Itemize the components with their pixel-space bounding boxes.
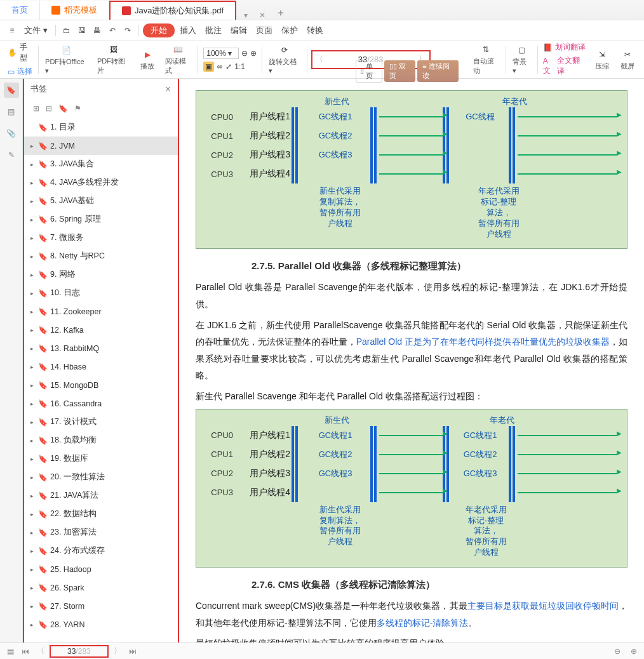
double-page-button[interactable]: ▯▯ 双页: [384, 60, 416, 82]
paragraph: 最短的垃圾收集停顿时间可以为交互比较高的程序提高用户体验。: [196, 635, 627, 642]
zoom-field[interactable]: 100% ▾: [203, 48, 239, 59]
bookmark-item[interactable]: ▸🔖22. 数据结构: [24, 505, 178, 523]
bookmark-item[interactable]: ▸🔖19. 数据库: [24, 449, 178, 468]
bookmark-item[interactable]: ▸🔖18. 负载均衡: [24, 431, 178, 449]
bookmark-item[interactable]: ▸🔖23. 加密算法: [24, 523, 178, 542]
bookmark-item[interactable]: ▸🔖21. JAVA算法: [24, 486, 178, 505]
compress-button[interactable]: ⇲压缩: [589, 42, 615, 77]
rail-thumbnails-icon[interactable]: ▤: [4, 104, 19, 119]
prev-page-button[interactable]: 〈: [312, 54, 326, 65]
read-mode[interactable]: 📖阅读模式: [160, 42, 196, 77]
menu-protect[interactable]: 保护: [278, 25, 302, 36]
redo-icon[interactable]: ↷: [121, 23, 135, 37]
menu-page[interactable]: 页面: [252, 25, 276, 36]
full-translate[interactable]: A文 全文翻译: [543, 55, 586, 77]
bookmarks-title: 书签: [30, 83, 47, 95]
continuous-button[interactable]: ≡ 连续阅读: [417, 60, 458, 82]
status-next-page-icon[interactable]: 〉: [111, 645, 124, 658]
status-page-field[interactable]: 33/283: [50, 645, 109, 658]
zoom-out-icon[interactable]: ⊖: [241, 49, 248, 58]
menu-insert[interactable]: 插入: [176, 25, 200, 36]
document-viewport[interactable]: 新生代 年老代 CPU0 用户线程1 GC线程1 GC线程 CPU1 用户线程2…: [179, 79, 644, 642]
bookmark-item[interactable]: ▸🔖12. Kafka: [24, 321, 178, 339]
bookmark-item[interactable]: ▸🔖17. 设计模式: [24, 413, 178, 431]
bm-tool-collapse-icon[interactable]: ⊟: [46, 104, 52, 113]
bm-tool-flag-icon[interactable]: ⚑: [74, 104, 81, 113]
crop-button[interactable]: ✂截屏: [615, 42, 640, 77]
rail-attachments-icon[interactable]: 📎: [4, 126, 19, 141]
link-parallel-old[interactable]: Parallel Old 正是为了在年老代同样提供吞吐量优先的垃圾收集器: [356, 336, 610, 347]
bookmark-item[interactable]: ▸🔖27. Storm: [24, 597, 178, 615]
zoom-in-icon[interactable]: ⊕: [250, 49, 257, 58]
bookmark-item[interactable]: ▸🔖2. JVM: [24, 136, 178, 155]
fit-sel-icon[interactable]: ▣: [203, 62, 214, 72]
menu-bar: ≡ 文件 ▾ 🗀 🖫 🖶 ↶ ↷ 开始 插入 批注 编辑 页面 保护 转换: [0, 20, 644, 41]
bookmark-item[interactable]: ▸🔖16. Cassandra: [24, 394, 178, 413]
bookmark-item[interactable]: ▸🔖14. Hbase: [24, 357, 178, 376]
bookmark-item[interactable]: ▸🔖3. JAVA集合: [24, 155, 178, 173]
heading-275: 2.7.5. Parallel Old 收集器（多线程标记整理算法）: [196, 260, 627, 272]
bookmark-item[interactable]: ▸🔖11. Zookeeper: [24, 302, 178, 321]
bookmark-item[interactable]: ▸🔖5. JAVA基础: [24, 192, 178, 210]
bookmark-item[interactable]: ▸🔖15. MongoDB: [24, 376, 178, 394]
fit-width-icon[interactable]: ⬄: [217, 62, 223, 71]
bm-tool-add-icon[interactable]: 🔖: [58, 104, 68, 113]
bookmark-item[interactable]: ▸🔖28. YARN: [24, 615, 178, 634]
word-translate[interactable]: 📕 划词翻译: [543, 42, 586, 53]
save-icon[interactable]: 🖫: [75, 23, 89, 37]
bookmark-item[interactable]: ▸🔖24. 分布式缓存: [24, 542, 178, 560]
rail-bookmark-icon[interactable]: 🔖: [4, 83, 19, 98]
bookmark-item[interactable]: ▸🔖25. Hadoop: [24, 560, 178, 578]
menu-edit[interactable]: 编辑: [227, 25, 251, 36]
auto-scroll[interactable]: ⇅自动滚动: [468, 42, 504, 77]
bookmark-item[interactable]: ▸🔖7. 微服务: [24, 229, 178, 247]
readmode-icon: 📖: [171, 43, 186, 56]
tab-home[interactable]: 首页: [0, 1, 40, 20]
menu-annotate[interactable]: 批注: [201, 25, 225, 36]
bookmark-item[interactable]: ▸🔖4. JAVA多线程并发: [24, 173, 178, 192]
fit-page-icon[interactable]: ⤢: [225, 62, 232, 71]
print-icon[interactable]: 🖶: [90, 23, 104, 37]
tab-active-file[interactable]: Java进阶核心知识集.pdf: [109, 1, 236, 20]
app-menu-icon[interactable]: ≡: [5, 23, 19, 37]
status-first-page-icon[interactable]: ⏮: [19, 645, 32, 658]
open-icon[interactable]: 🗀: [60, 23, 74, 37]
bookmark-item[interactable]: ▸🔖20. 一致性算法: [24, 468, 178, 486]
bm-tool-expand-icon[interactable]: ⊞: [33, 104, 39, 113]
bookmark-item[interactable]: ▸🔖10. 日志: [24, 284, 178, 302]
bookmark-item[interactable]: ▸🔖6. Spring 原理: [24, 210, 178, 229]
status-last-page-icon[interactable]: ⏭: [126, 645, 139, 658]
actual-size-icon[interactable]: 1:1: [234, 62, 245, 71]
menu-start[interactable]: 开始: [143, 23, 175, 37]
single-page-button[interactable]: ▯ 单页: [356, 60, 382, 83]
menu-convert[interactable]: 转换: [303, 25, 327, 36]
status-zoom-in-icon[interactable]: ⊕: [627, 645, 640, 658]
undo-icon[interactable]: ↶: [105, 23, 119, 37]
tab-close-icon[interactable]: ✕: [255, 11, 269, 20]
bookmark-item[interactable]: ▸🔖13. RabbitMQ: [24, 339, 178, 357]
paragraph: Concurrent mark sweep(CMS)收集器是一种年老代垃圾收集器…: [196, 597, 627, 631]
bookmark-item[interactable]: ▸🔖8. Netty 与RPC: [24, 247, 178, 265]
tab-menu-icon[interactable]: ▾: [240, 11, 252, 20]
status-bar: ▤ ⏮ 〈 33/283 〉 ⏭ ⊖ ⊕: [0, 642, 644, 659]
link-cms-goal[interactable]: 主要目标是获取最短垃圾回收停顿时间: [467, 601, 619, 611]
status-zoom-out-icon[interactable]: ⊖: [611, 645, 624, 658]
rotate-doc[interactable]: ⟳旋转文档 ▾: [264, 42, 305, 77]
rail-annotations-icon[interactable]: ✎: [4, 147, 19, 163]
background-button[interactable]: ▢背景 ▾: [507, 42, 536, 77]
pdf-to-image[interactable]: 🖼PDF转图片: [92, 42, 135, 77]
select-tool[interactable]: ▭ 选择: [8, 66, 33, 77]
link-mark-sweep[interactable]: 多线程的标记-清除算法: [377, 618, 469, 628]
close-panel-icon[interactable]: ✕: [164, 84, 171, 94]
hand-tool[interactable]: ✋ 手型: [8, 42, 33, 63]
bookmark-item[interactable]: 🔖1. 目录: [24, 118, 178, 136]
status-thumb-icon[interactable]: ▤: [4, 645, 17, 658]
new-tab-button[interactable]: ＋: [269, 6, 292, 20]
menu-file[interactable]: 文件 ▾: [20, 25, 51, 36]
bookmark-item[interactable]: ▸🔖9. 网络: [24, 265, 178, 284]
tab-docer[interactable]: 稻壳模板: [40, 1, 109, 20]
play-button[interactable]: ▶播放: [135, 42, 160, 77]
bookmark-item[interactable]: ▸🔖26. Spark: [24, 578, 178, 597]
status-prev-page-icon[interactable]: 〈: [34, 645, 47, 658]
pdf-to-office[interactable]: 📄PDF转Office ▾: [40, 42, 92, 77]
